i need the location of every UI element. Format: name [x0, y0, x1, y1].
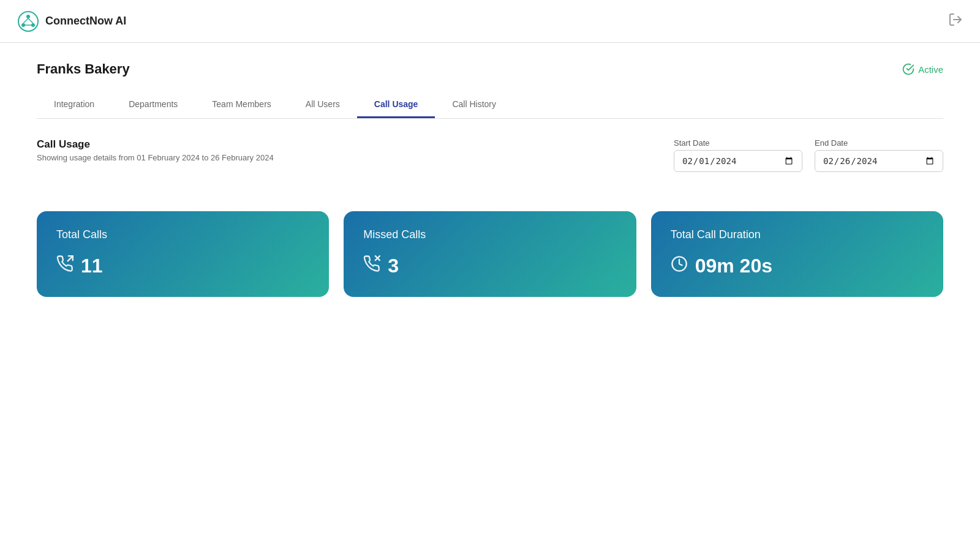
top-area: Call Usage Showing usage details from 01… — [37, 138, 943, 192]
app-name: ConnectNow AI — [45, 15, 126, 28]
stats-grid: Total Calls 11 Missed Calls — [37, 211, 943, 297]
missed-calls-title: Missed Calls — [363, 228, 616, 241]
stat-card-missed-calls: Missed Calls 3 — [344, 211, 636, 297]
date-filter-row: Start Date End Date — [674, 138, 943, 172]
missed-calls-number: 3 — [388, 255, 399, 277]
svg-point-0 — [18, 12, 38, 31]
section-title: Call Usage — [37, 138, 274, 151]
start-date-input[interactable] — [674, 150, 802, 172]
start-date-label: Start Date — [674, 138, 802, 148]
main-content: Franks Bakery Active Integration Departm… — [0, 43, 980, 551]
app-logo-icon — [17, 10, 39, 32]
svg-point-1 — [26, 15, 30, 18]
status-text: Active — [918, 64, 943, 75]
page-title: Franks Bakery — [37, 61, 130, 77]
duration-title: Total Call Duration — [671, 228, 924, 241]
section-header: Call Usage Showing usage details from 01… — [37, 138, 274, 162]
tab-call-history[interactable]: Call History — [435, 92, 513, 118]
page-header: Franks Bakery Active — [37, 61, 943, 77]
phone-incoming-icon — [56, 255, 74, 277]
top-nav: ConnectNow AI — [0, 0, 980, 43]
total-calls-number: 11 — [81, 255, 103, 277]
total-calls-title: Total Calls — [56, 228, 309, 241]
total-calls-value: 11 — [56, 255, 309, 277]
tab-departments[interactable]: Departments — [111, 92, 195, 118]
end-date-input[interactable] — [815, 150, 943, 172]
tab-integration[interactable]: Integration — [37, 92, 111, 118]
end-date-field: End Date — [815, 138, 943, 172]
missed-calls-value: 3 — [363, 255, 616, 277]
section-subtitle: Showing usage details from 01 February 2… — [37, 153, 274, 162]
end-date-label: End Date — [815, 138, 943, 148]
logout-button[interactable] — [948, 12, 963, 31]
phone-missed-icon — [363, 255, 380, 277]
tab-team-members[interactable]: Team Members — [195, 92, 288, 118]
tabs-container: Integration Departments Team Members All… — [37, 92, 943, 119]
status-badge: Active — [902, 63, 943, 75]
duration-value: 09m 20s — [671, 255, 924, 277]
svg-line-8 — [68, 256, 73, 261]
check-circle-icon — [902, 63, 914, 75]
duration-number: 09m 20s — [695, 255, 772, 277]
tab-all-users[interactable]: All Users — [288, 92, 357, 118]
start-date-field: Start Date — [674, 138, 802, 172]
svg-line-5 — [28, 18, 33, 23]
clock-icon — [671, 255, 688, 277]
stat-card-total-calls: Total Calls 11 — [37, 211, 329, 297]
svg-line-4 — [23, 18, 28, 23]
logo-area: ConnectNow AI — [17, 10, 126, 32]
tab-call-usage[interactable]: Call Usage — [357, 92, 435, 118]
stat-card-duration: Total Call Duration 09m 20s — [651, 211, 943, 297]
